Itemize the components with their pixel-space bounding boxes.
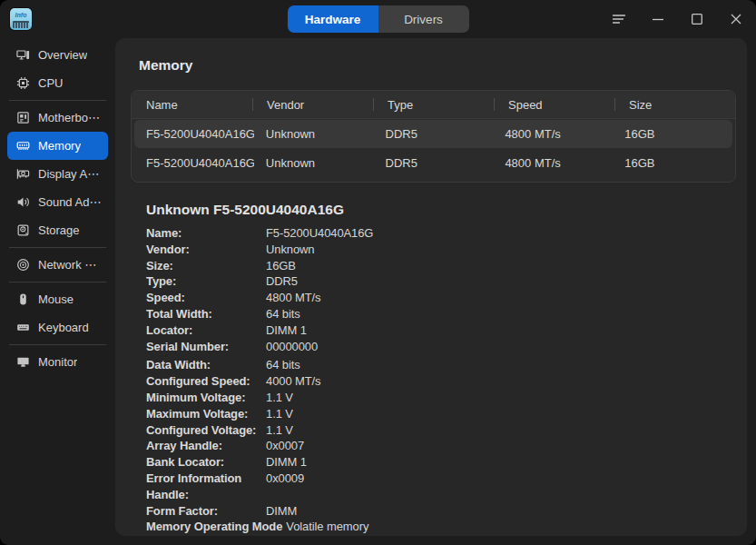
cpu-icon <box>16 76 30 90</box>
monitor-icon <box>16 355 30 369</box>
detail-row: Array Handle:0x0007 <box>146 438 736 454</box>
detail-row: Form Factor:DIMM <box>146 503 736 520</box>
detail-label: Maximum Voltage: <box>146 406 266 422</box>
minimize-icon[interactable] <box>651 12 665 26</box>
tab-drivers[interactable]: Drivers <box>378 5 469 33</box>
content-panel: Memory NameVendorTypeSpeedSize F5-5200U4… <box>115 38 747 536</box>
column-header-name: Name <box>132 98 252 112</box>
detail-label: Locator: <box>146 322 266 339</box>
detail-row: Configured Voltage:1.1 V <box>146 422 736 439</box>
detail-label: Total Width: <box>146 306 266 322</box>
memory-icon <box>16 139 30 153</box>
sidebar-item-monitor[interactable]: Monitor <box>7 348 108 376</box>
detail-label: Error Information Handle: <box>146 471 266 503</box>
detail-row: Name:F5-5200U4040A16G <box>146 225 736 242</box>
table-body: F5-5200U4040A16GUnknownDDR54800 MT/s16GB… <box>132 120 735 177</box>
detail-row: Vendor:Unknown <box>146 242 736 258</box>
detail-row: Configured Speed:4000 MT/s <box>146 373 736 390</box>
detail-value: 16GB <box>266 258 736 274</box>
details-rows: Name:F5-5200U4040A16GVendor:UnknownSize:… <box>146 225 736 535</box>
cell-type: DDR5 <box>374 127 494 141</box>
sidebar-item-label: Memory <box>38 139 81 153</box>
detail-row: Speed:4800 MT/s <box>146 290 736 306</box>
sidebar-item-cpu[interactable]: CPU <box>7 69 108 97</box>
detail-row: Bank Locator:DIMM 1 <box>146 454 736 471</box>
app-window: Info Hardware Drivers OverviewCPUMotherb… <box>0 0 756 545</box>
sidebar-item-memory[interactable]: Memory <box>7 132 108 160</box>
sidebar-item-display-adapter[interactable]: Display A⋯ <box>7 160 108 188</box>
memory-modules-table: NameVendorTypeSpeedSize F5-5200U4040A16G… <box>131 90 736 183</box>
detail-label: Bank Locator: <box>146 454 266 471</box>
detail-value: DIMM 1 <box>266 322 736 339</box>
cell-name: F5-5200U4040A16G <box>134 156 254 170</box>
detail-row: Memory Operating ModeVolatile memory <box>146 519 736 535</box>
sidebar-item-overview[interactable]: Overview <box>7 41 108 69</box>
sidebar-divider <box>9 247 106 248</box>
sidebar-item-mouse[interactable]: Mouse <box>7 285 108 313</box>
network-icon <box>16 258 30 272</box>
detail-value: DDR5 <box>266 273 736 290</box>
detail-value: 4800 MT/s <box>266 290 736 306</box>
app-icon[interactable]: Info <box>10 8 32 30</box>
sidebar-item-network[interactable]: Network ⋯ <box>7 251 108 279</box>
detail-label: Speed: <box>146 290 266 306</box>
sidebar-divider <box>9 282 106 282</box>
detail-label: Serial Number: <box>146 339 266 355</box>
menu-icon[interactable] <box>612 12 626 26</box>
sidebar-item-label: Motherbo⋯ <box>38 111 100 124</box>
table-row[interactable]: F5-5200U4040A16GUnknownDDR54800 MT/s16GB <box>134 149 732 177</box>
window-controls <box>612 0 743 38</box>
tab-hardware[interactable]: Hardware <box>288 5 378 33</box>
column-header-speed: Speed <box>494 98 614 112</box>
detail-value: Unknown <box>266 242 736 258</box>
hardware-drivers-segmented-control: Hardware Drivers <box>288 5 469 33</box>
detail-row: Total Width:64 bits <box>146 306 736 322</box>
sidebar-item-motherboard[interactable]: Motherbo⋯ <box>7 104 108 132</box>
cell-size: 16GB <box>613 156 732 170</box>
motherboard-icon <box>16 111 30 124</box>
detail-value: 1.1 V <box>266 422 736 439</box>
detail-value: F5-5200U4040A16G <box>266 225 736 242</box>
details-section: Unknown F5-5200U4040A16G Name:F5-5200U40… <box>146 202 736 535</box>
detail-value: 1.1 V <box>266 390 736 406</box>
sidebar-item-storage[interactable]: Storage <box>7 216 108 244</box>
detail-label: Minimum Voltage: <box>146 390 266 406</box>
details-title: Unknown F5-5200U4040A16G <box>146 202 736 218</box>
sidebar-item-label: Overview <box>38 48 87 62</box>
detail-label: Configured Speed: <box>146 373 266 390</box>
table-row[interactable]: F5-5200U4040A16GUnknownDDR54800 MT/s16GB <box>134 120 732 148</box>
keyboard-icon <box>16 321 30 334</box>
detail-value: 64 bits <box>266 306 736 322</box>
maximize-icon[interactable] <box>690 12 704 26</box>
detail-value: DIMM <box>266 503 736 520</box>
column-header-vendor: Vendor <box>252 98 373 112</box>
sidebar-divider <box>9 100 106 101</box>
detail-label: Vendor: <box>146 242 266 258</box>
detail-value: Volatile memory <box>286 519 368 535</box>
mouse-icon <box>16 292 30 306</box>
detail-value: DIMM 1 <box>266 454 736 471</box>
page-title: Memory <box>139 57 736 74</box>
detail-row: Error Information Handle:0x0009 <box>146 471 736 503</box>
sidebar-item-sound-adapter[interactable]: Sound Ad⋯ <box>7 188 108 216</box>
cell-name: F5-5200U4040A16G <box>134 127 254 141</box>
detail-value: 0x0009 <box>266 471 736 487</box>
storage-icon <box>16 223 30 237</box>
detail-row: Data Width:64 bits <box>146 357 736 373</box>
close-icon[interactable] <box>729 12 743 26</box>
app-icon-label: Info <box>15 12 27 18</box>
cell-size: 16GB <box>613 127 732 141</box>
detail-row: Size:16GB <box>146 258 736 274</box>
cell-vendor: Unknown <box>254 156 374 170</box>
sidebar-item-label: Storage <box>38 223 80 237</box>
detail-row: Maximum Voltage:1.1 V <box>146 406 736 422</box>
detail-row: Serial Number:00000000 <box>146 339 736 355</box>
sidebar-item-label: Sound Ad⋯ <box>38 195 101 209</box>
detail-value: 4000 MT/s <box>266 373 736 390</box>
table-header-row: NameVendorTypeSpeedSize <box>132 91 735 119</box>
sidebar-item-keyboard[interactable]: Keyboard <box>7 313 108 342</box>
cell-vendor: Unknown <box>254 127 374 141</box>
sidebar-item-label: Mouse <box>38 292 74 306</box>
detail-label: Memory Operating Mode <box>146 519 282 535</box>
detail-row: Locator:DIMM 1 <box>146 322 736 339</box>
